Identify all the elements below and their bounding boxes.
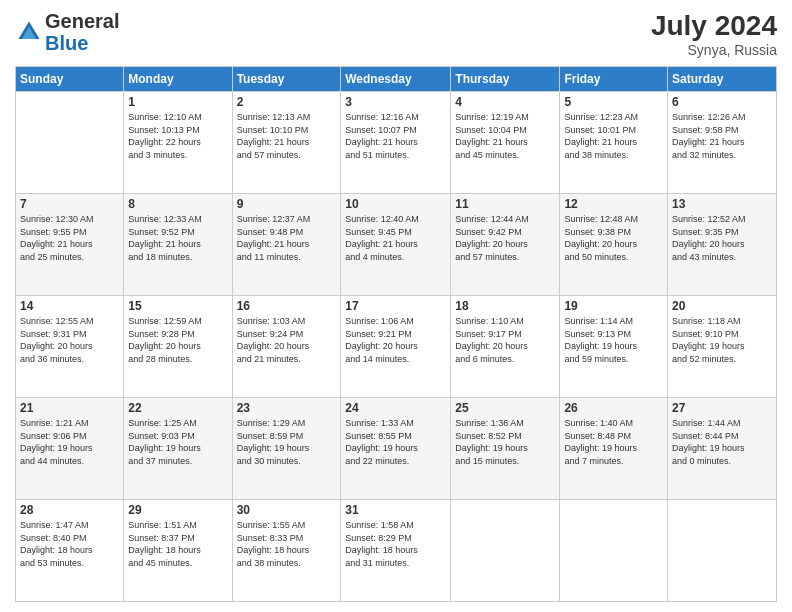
col-sunday: Sunday (16, 67, 124, 92)
day-number: 19 (564, 299, 663, 313)
day-number: 22 (128, 401, 227, 415)
table-row: 24Sunrise: 1:33 AM Sunset: 8:55 PM Dayli… (341, 398, 451, 500)
day-number: 12 (564, 197, 663, 211)
day-info: Sunrise: 1:51 AM Sunset: 8:37 PM Dayligh… (128, 519, 227, 569)
day-number: 18 (455, 299, 555, 313)
table-row: 11Sunrise: 12:44 AM Sunset: 9:42 PM Dayl… (451, 194, 560, 296)
day-number: 26 (564, 401, 663, 415)
col-monday: Monday (124, 67, 232, 92)
day-info: Sunrise: 12:55 AM Sunset: 9:31 PM Daylig… (20, 315, 119, 365)
table-row: 22Sunrise: 1:25 AM Sunset: 9:03 PM Dayli… (124, 398, 232, 500)
table-row: 6Sunrise: 12:26 AM Sunset: 9:58 PM Dayli… (668, 92, 777, 194)
table-row (560, 500, 668, 602)
calendar-week-row: 14Sunrise: 12:55 AM Sunset: 9:31 PM Dayl… (16, 296, 777, 398)
logo-general: General (45, 10, 119, 32)
table-row (668, 500, 777, 602)
day-number: 11 (455, 197, 555, 211)
title-block: July 2024 Synya, Russia (651, 10, 777, 58)
table-row: 9Sunrise: 12:37 AM Sunset: 9:48 PM Dayli… (232, 194, 341, 296)
table-row: 25Sunrise: 1:36 AM Sunset: 8:52 PM Dayli… (451, 398, 560, 500)
location: Synya, Russia (651, 42, 777, 58)
table-row: 28Sunrise: 1:47 AM Sunset: 8:40 PM Dayli… (16, 500, 124, 602)
col-thursday: Thursday (451, 67, 560, 92)
table-row: 2Sunrise: 12:13 AM Sunset: 10:10 PM Dayl… (232, 92, 341, 194)
day-info: Sunrise: 1:33 AM Sunset: 8:55 PM Dayligh… (345, 417, 446, 467)
day-number: 20 (672, 299, 772, 313)
header: General Blue July 2024 Synya, Russia (15, 10, 777, 58)
calendar-week-row: 1Sunrise: 12:10 AM Sunset: 10:13 PM Dayl… (16, 92, 777, 194)
day-info: Sunrise: 12:16 AM Sunset: 10:07 PM Dayli… (345, 111, 446, 161)
day-info: Sunrise: 1:25 AM Sunset: 9:03 PM Dayligh… (128, 417, 227, 467)
day-info: Sunrise: 1:58 AM Sunset: 8:29 PM Dayligh… (345, 519, 446, 569)
month-year: July 2024 (651, 10, 777, 42)
day-info: Sunrise: 1:44 AM Sunset: 8:44 PM Dayligh… (672, 417, 772, 467)
table-row: 20Sunrise: 1:18 AM Sunset: 9:10 PM Dayli… (668, 296, 777, 398)
day-info: Sunrise: 12:26 AM Sunset: 9:58 PM Daylig… (672, 111, 772, 161)
logo-text: General Blue (45, 10, 119, 54)
table-row: 23Sunrise: 1:29 AM Sunset: 8:59 PM Dayli… (232, 398, 341, 500)
day-number: 5 (564, 95, 663, 109)
day-number: 27 (672, 401, 772, 415)
calendar-table: Sunday Monday Tuesday Wednesday Thursday… (15, 66, 777, 602)
day-info: Sunrise: 12:52 AM Sunset: 9:35 PM Daylig… (672, 213, 772, 263)
day-info: Sunrise: 12:10 AM Sunset: 10:13 PM Dayli… (128, 111, 227, 161)
day-number: 13 (672, 197, 772, 211)
day-info: Sunrise: 12:13 AM Sunset: 10:10 PM Dayli… (237, 111, 337, 161)
day-info: Sunrise: 12:30 AM Sunset: 9:55 PM Daylig… (20, 213, 119, 263)
logo-icon (15, 18, 43, 46)
day-info: Sunrise: 12:19 AM Sunset: 10:04 PM Dayli… (455, 111, 555, 161)
day-number: 8 (128, 197, 227, 211)
day-info: Sunrise: 1:14 AM Sunset: 9:13 PM Dayligh… (564, 315, 663, 365)
day-number: 10 (345, 197, 446, 211)
day-number: 7 (20, 197, 119, 211)
calendar-week-row: 7Sunrise: 12:30 AM Sunset: 9:55 PM Dayli… (16, 194, 777, 296)
day-info: Sunrise: 1:29 AM Sunset: 8:59 PM Dayligh… (237, 417, 337, 467)
col-friday: Friday (560, 67, 668, 92)
col-saturday: Saturday (668, 67, 777, 92)
day-info: Sunrise: 1:47 AM Sunset: 8:40 PM Dayligh… (20, 519, 119, 569)
table-row: 15Sunrise: 12:59 AM Sunset: 9:28 PM Dayl… (124, 296, 232, 398)
day-info: Sunrise: 12:48 AM Sunset: 9:38 PM Daylig… (564, 213, 663, 263)
calendar-week-row: 28Sunrise: 1:47 AM Sunset: 8:40 PM Dayli… (16, 500, 777, 602)
calendar-header-row: Sunday Monday Tuesday Wednesday Thursday… (16, 67, 777, 92)
table-row: 16Sunrise: 1:03 AM Sunset: 9:24 PM Dayli… (232, 296, 341, 398)
table-row (16, 92, 124, 194)
day-number: 16 (237, 299, 337, 313)
day-info: Sunrise: 1:40 AM Sunset: 8:48 PM Dayligh… (564, 417, 663, 467)
table-row: 7Sunrise: 12:30 AM Sunset: 9:55 PM Dayli… (16, 194, 124, 296)
day-number: 3 (345, 95, 446, 109)
day-number: 6 (672, 95, 772, 109)
day-info: Sunrise: 12:59 AM Sunset: 9:28 PM Daylig… (128, 315, 227, 365)
table-row: 12Sunrise: 12:48 AM Sunset: 9:38 PM Dayl… (560, 194, 668, 296)
day-info: Sunrise: 12:37 AM Sunset: 9:48 PM Daylig… (237, 213, 337, 263)
day-number: 21 (20, 401, 119, 415)
table-row: 27Sunrise: 1:44 AM Sunset: 8:44 PM Dayli… (668, 398, 777, 500)
day-number: 31 (345, 503, 446, 517)
col-wednesday: Wednesday (341, 67, 451, 92)
day-info: Sunrise: 1:03 AM Sunset: 9:24 PM Dayligh… (237, 315, 337, 365)
table-row: 29Sunrise: 1:51 AM Sunset: 8:37 PM Dayli… (124, 500, 232, 602)
table-row: 18Sunrise: 1:10 AM Sunset: 9:17 PM Dayli… (451, 296, 560, 398)
day-info: Sunrise: 1:18 AM Sunset: 9:10 PM Dayligh… (672, 315, 772, 365)
day-number: 14 (20, 299, 119, 313)
day-number: 24 (345, 401, 446, 415)
col-tuesday: Tuesday (232, 67, 341, 92)
day-number: 25 (455, 401, 555, 415)
day-number: 4 (455, 95, 555, 109)
table-row: 14Sunrise: 12:55 AM Sunset: 9:31 PM Dayl… (16, 296, 124, 398)
table-row: 30Sunrise: 1:55 AM Sunset: 8:33 PM Dayli… (232, 500, 341, 602)
day-info: Sunrise: 1:10 AM Sunset: 9:17 PM Dayligh… (455, 315, 555, 365)
table-row: 4Sunrise: 12:19 AM Sunset: 10:04 PM Dayl… (451, 92, 560, 194)
table-row: 21Sunrise: 1:21 AM Sunset: 9:06 PM Dayli… (16, 398, 124, 500)
page: General Blue July 2024 Synya, Russia Sun… (0, 0, 792, 612)
day-info: Sunrise: 12:44 AM Sunset: 9:42 PM Daylig… (455, 213, 555, 263)
table-row: 5Sunrise: 12:23 AM Sunset: 10:01 PM Dayl… (560, 92, 668, 194)
table-row: 3Sunrise: 12:16 AM Sunset: 10:07 PM Dayl… (341, 92, 451, 194)
day-number: 30 (237, 503, 337, 517)
day-number: 23 (237, 401, 337, 415)
day-number: 2 (237, 95, 337, 109)
table-row: 19Sunrise: 1:14 AM Sunset: 9:13 PM Dayli… (560, 296, 668, 398)
logo: General Blue (15, 10, 119, 54)
logo-blue: Blue (45, 32, 88, 54)
day-info: Sunrise: 1:21 AM Sunset: 9:06 PM Dayligh… (20, 417, 119, 467)
